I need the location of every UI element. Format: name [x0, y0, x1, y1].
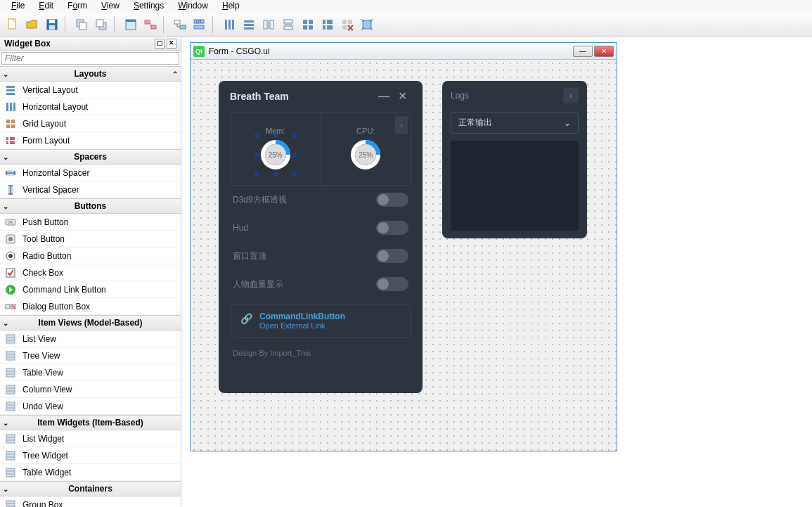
form-window[interactable]: Qt Form - CSGO.ui — ✕ Breath Team — ✕ ›	[190, 42, 617, 451]
cpu-gauge[interactable]: CPU: 25%	[321, 113, 411, 185]
widget-box-list[interactable]: ⌄Layouts⌃Vertical LayoutHorizontal Layou…	[0, 66, 181, 507]
widget-item[interactable]: Check Box	[0, 264, 181, 281]
widget-item-icon	[4, 449, 17, 462]
svg-rect-18	[225, 20, 227, 30]
svg-rect-42	[6, 86, 15, 88]
svg-rect-2	[49, 20, 55, 23]
toggle-switch[interactable]	[376, 221, 408, 235]
widget-section-header[interactable]: ⌄Item Widgets (Item-Based)	[0, 415, 181, 430]
tool-open-icon[interactable]	[22, 15, 42, 34]
mem-label: Mem:	[266, 127, 285, 135]
widget-item[interactable]: Tree Widget	[0, 447, 181, 464]
toggle-label: D3d9方框透视	[233, 194, 287, 206]
tool-layout-hsplit-icon[interactable]	[259, 15, 278, 34]
widget-item-icon	[4, 267, 17, 279]
logs-back-icon[interactable]: ‹	[563, 88, 579, 103]
tool-edit-signals-icon[interactable]	[141, 15, 160, 34]
svg-rect-54	[6, 141, 8, 144]
svg-rect-48	[6, 120, 10, 123]
tool-edit-widgets-icon[interactable]	[121, 15, 141, 34]
widget-box-filter-input[interactable]	[1, 52, 179, 65]
widget-item[interactable]: Undo View	[0, 398, 181, 415]
widget-item[interactable]: Dialog Button Box	[0, 298, 181, 315]
svg-rect-30	[303, 20, 307, 24]
widget-item[interactable]: List Widget	[0, 430, 181, 447]
widget-item[interactable]: Group Box	[0, 496, 181, 507]
widget-item[interactable]: Horizontal Spacer	[0, 165, 181, 181]
toolbar: 123	[0, 13, 812, 37]
panel-close-icon[interactable]: ✕	[394, 89, 411, 103]
tool-layout-h-icon[interactable]	[219, 15, 239, 34]
logs-panel[interactable]: Logs ‹ 正常输出 ⌄	[442, 81, 587, 238]
tool-save-icon[interactable]	[42, 15, 62, 34]
menu-edit[interactable]: Edit	[32, 0, 60, 13]
toggle-switch[interactable]	[376, 249, 408, 263]
logs-output[interactable]	[451, 141, 579, 231]
form-canvas[interactable]: Qt Form - CSGO.ui — ✕ Breath Team — ✕ ›	[181, 37, 812, 507]
toggle-switch[interactable]	[376, 277, 408, 291]
form-titlebar[interactable]: Qt Form - CSGO.ui — ✕	[191, 43, 617, 60]
close-button[interactable]: ✕	[594, 46, 614, 57]
widget-item[interactable]: Table Widget	[0, 464, 181, 481]
menu-form[interactable]: Form	[60, 0, 94, 13]
svg-rect-36	[323, 25, 326, 30]
tool-edit-buddies-icon[interactable]	[170, 15, 190, 34]
svg-rect-38	[342, 20, 347, 24]
mem-gauge[interactable]: Mem: 25%	[231, 113, 321, 185]
menu-window[interactable]: Window	[171, 0, 215, 13]
tool-edit-taborder-icon[interactable]: 123	[190, 15, 210, 34]
widget-item[interactable]: Form Layout	[0, 132, 181, 149]
menu-view[interactable]: View	[94, 0, 127, 13]
widget-item[interactable]: Grid Layout	[0, 115, 181, 132]
widget-item[interactable]: List View	[0, 330, 181, 347]
svg-rect-37	[327, 25, 333, 30]
tool-layout-v-icon[interactable]	[239, 15, 259, 34]
widget-item-icon	[4, 134, 17, 147]
panel-minimize-icon[interactable]: —	[374, 90, 394, 103]
widget-item[interactable]: Table View	[0, 364, 181, 381]
widget-item[interactable]: Tool Button	[0, 231, 181, 248]
widget-section-header[interactable]: ⌄Item Views (Model-Based)	[0, 315, 181, 330]
widget-item-icon	[4, 233, 17, 245]
tool-break-layout-icon[interactable]	[337, 15, 357, 34]
tool-send-back-icon[interactable]	[72, 15, 91, 34]
widget-item[interactable]: Vertical Spacer	[0, 181, 181, 198]
widget-item[interactable]: Horizontal Layout	[0, 98, 181, 115]
widget-item[interactable]: OKPush Button	[0, 214, 181, 231]
svg-text:123: 123	[195, 20, 202, 24]
dock-close-icon[interactable]: ✕	[167, 39, 176, 49]
widget-section-header[interactable]: ⌄Layouts⌃	[0, 66, 181, 82]
svg-rect-78	[6, 402, 15, 411]
form-body[interactable]: Breath Team — ✕ › Mem: 25%	[191, 60, 617, 451]
svg-rect-64	[6, 304, 10, 309]
tool-form-layout-icon[interactable]	[318, 15, 337, 34]
widget-item[interactable]: Tree View	[0, 347, 181, 364]
toggle-row: D3d9方框透视	[219, 186, 423, 214]
tool-layout-vsplit-icon[interactable]	[278, 15, 298, 34]
tool-bring-front-icon[interactable]	[91, 15, 111, 34]
widget-item-label: Radio Button	[22, 251, 71, 261]
tool-grid-icon[interactable]	[298, 15, 318, 34]
toggle-label: Hud	[233, 223, 248, 233]
widget-item[interactable]: Radio Button	[0, 248, 181, 264]
widget-item[interactable]: Column View	[0, 381, 181, 398]
menu-help[interactable]: Help	[215, 0, 247, 13]
minimize-button[interactable]: —	[573, 46, 593, 57]
command-link-button[interactable]: 🔗 CommandLinkButton Open External Link	[230, 304, 411, 338]
svg-rect-16	[194, 25, 204, 29]
dock-float-icon[interactable]: ▢	[155, 39, 165, 49]
widget-section-header[interactable]: ⌄Spacers	[0, 149, 181, 165]
menu-settings[interactable]: Settings	[127, 0, 171, 13]
svg-rect-34	[323, 20, 326, 24]
toolbar-separator	[163, 16, 167, 33]
widget-item[interactable]: Command Link Button	[0, 281, 181, 298]
logs-dropdown[interactable]: 正常输出 ⌄	[451, 112, 579, 134]
widget-item[interactable]: Vertical Layout	[0, 82, 181, 98]
tool-new-icon[interactable]	[3, 15, 22, 34]
widget-section-header[interactable]: ⌄Buttons	[0, 198, 181, 214]
menu-file[interactable]: File	[4, 0, 32, 13]
toggle-switch[interactable]	[376, 193, 408, 207]
tool-adjust-size-icon[interactable]	[357, 15, 377, 34]
widget-section-header[interactable]: ⌄Containers	[0, 481, 181, 496]
breath-team-panel[interactable]: Breath Team — ✕ › Mem: 25%	[219, 81, 423, 393]
